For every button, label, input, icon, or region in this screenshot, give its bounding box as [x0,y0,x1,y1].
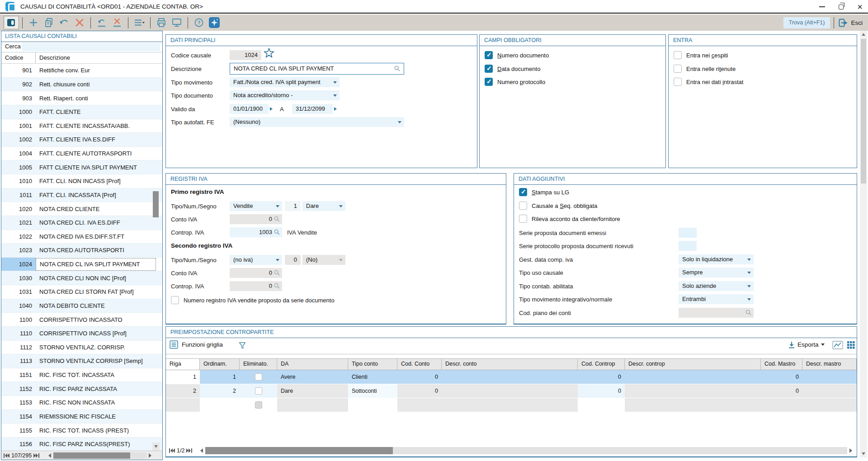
col-cod-mastro[interactable]: Cod. Mastro [761,359,802,370]
ai-assistant-button[interactable] [207,16,222,29]
list-item[interactable]: 1156RIC. FISC PARZ INCASS(PREST) [1,437,162,452]
list-item[interactable]: 901Rettifiche conv. Eur [1,64,162,78]
table-row[interactable]: 2 2 Dare Sottoconti 0 0 0 [166,384,857,398]
table-row[interactable]: 1 1 Avere Clienti 0 0 0 [166,370,857,384]
list-item[interactable]: 1000FATT. CLIENTE [1,105,162,119]
list-item[interactable]: 1154RIEMISSIONE RIC FISCALE [1,410,162,424]
col-da[interactable]: DA [277,359,348,370]
tipo-mov-int-select[interactable]: Entrambi [679,294,754,304]
primo-segno-select[interactable]: Dare [302,201,345,211]
checkbox[interactable] [485,51,493,59]
checkbox-row[interactable]: Causale a Seq. obbligata [519,201,597,210]
exit-button[interactable]: Esci [838,18,864,28]
search-input[interactable] [22,43,160,51]
checkbox-row[interactable]: Numero documento [485,51,549,60]
cell-cod-conto[interactable]: 0 [397,370,442,384]
tipo-contab-select[interactable]: Solo aziende [679,281,754,291]
checkbox[interactable] [519,215,527,223]
list-item[interactable]: 1021NOTA CRED CLI. IVA ES.DIFF [1,216,162,230]
tipo-movimento-select[interactable]: Fatt./Nota cred. IVA split payment [230,77,340,87]
scroll-left-icon[interactable] [200,448,203,453]
list-item[interactable]: 1011FATT. CLI. INCASSATA [Prof] [1,188,162,202]
cell-da[interactable]: Avere [277,370,348,384]
col-riga[interactable]: Riga [166,359,200,370]
tipo-documento-select[interactable]: Nota accredito/storno - [230,90,340,100]
col-descr-conto[interactable]: Descr. conto [442,359,578,370]
scroll-right-icon[interactable] [849,448,853,453]
list-item[interactable]: 1040NOTA DEBITO CLIENTE [1,299,162,313]
list-item[interactable]: 1022NOTA CRED IVA ES.DIFF.ST.FT [1,230,162,244]
cell-ordinam[interactable]: 1 [200,370,240,384]
checkbox-row[interactable]: Data documento [485,64,540,73]
sidebar-vscroll-thumb[interactable] [153,191,159,217]
column-header-descrizione[interactable]: Descrizione [36,52,162,63]
gest-data-comp-select[interactable]: Solo in liquidazione [679,254,754,264]
checkbox[interactable] [519,202,527,210]
add-button[interactable] [26,16,41,29]
list-item[interactable]: 1152RIC. FISC PARZ INCASSATA [1,382,162,396]
sidebar-hscroll-thumb[interactable] [53,452,130,459]
first-page-icon[interactable] [169,448,175,453]
checkbox-row[interactable]: Stampa su LG [519,188,569,197]
grid-hscroll-thumb[interactable] [205,447,393,454]
list-item[interactable]: 1110CORRISPETTIVO INCASS [Prof] [1,327,162,341]
minimize-icon[interactable] [819,6,825,7]
scroll-up-icon[interactable] [860,31,867,38]
list-item[interactable]: 1024NOTA CRED CL IVA SPLIT PAYMENT [1,258,162,272]
help-button[interactable]: ? [191,16,207,29]
restore-icon[interactable] [839,5,844,9]
codice-causale-field[interactable]: 1024 [230,50,261,60]
cell-tipo-conto[interactable]: Clienti [348,370,397,384]
menu-button[interactable] [132,16,147,29]
filter-icon[interactable] [238,342,246,350]
list-item[interactable]: 1112STORNO VENTILAZ. CORRISP. [1,341,162,355]
list-item[interactable]: 1023NOTA CRED AUTOTRASPORTI [1,244,162,258]
close-icon[interactable]: × [857,2,863,11]
funzioni-griglia-button[interactable]: Funzioni griglia [170,340,223,349]
toggle-list-panel-button[interactable] [4,16,19,29]
lookup-icon[interactable] [394,66,400,71]
last-page-icon[interactable] [186,448,193,453]
col-tipo-conto[interactable]: Tipo conto [348,359,397,370]
cell-eliminato[interactable] [240,398,277,412]
list-item[interactable]: 1031NOTA CRED CLI STORN FAT [Prof] [1,285,162,299]
checkbox-row[interactable]: Numero registro IVA vendite proposto da … [171,296,335,305]
cell-eliminato[interactable] [240,370,277,384]
table-row-empty[interactable] [166,398,857,412]
checkbox-row[interactable]: Entra nelle ritenute [674,64,736,73]
list-item[interactable]: 903Rett. Riapert. conti [1,91,162,105]
scroll-down-icon[interactable] [860,450,867,457]
list-item[interactable]: 1001FATT. CLIENTE INCASSATA/ABB. [1,119,162,133]
checkbox-row[interactable]: Entra nei cespiti [674,51,728,60]
col-cod-conto[interactable]: Cod. Conto [397,359,442,370]
list-item[interactable]: 1004FATT. CLIENTE AUTOTRASPORTI [1,147,162,161]
undo-row-button[interactable] [94,16,109,29]
list-item[interactable]: 902Rett. chiusure conti [1,78,162,92]
checkbox-row[interactable]: Rileva acconto da cliente/fornitore [519,214,620,223]
checkbox-row[interactable]: Entra nei dati intrastat [674,77,743,86]
primo-controp-field[interactable]: 1003 [230,227,282,237]
checkbox[interactable] [255,387,262,395]
sidebar-hscroll-track[interactable] [53,452,146,459]
sidebar-vscroll-down-icon[interactable] [152,442,160,451]
list-item[interactable]: 1005FATT CLIENTE IVA SPLIT PAYMENT [1,160,162,174]
list-item[interactable]: 1020NOTA CRED CLIENTE [1,202,162,216]
list-item[interactable]: 1030NOTA CRED CLI NON INC [Prof] [1,271,162,285]
monitor-button[interactable] [169,16,184,29]
tipo-uso-select[interactable]: Sempre [679,268,754,278]
scroll-left-icon[interactable] [48,453,52,458]
list-item[interactable]: 1100CORRISPETTIVO INCASSATO [1,313,162,327]
valido-a-input[interactable]: 31/12/2099 [292,104,333,114]
cell-cod-mastro[interactable]: 0 [761,370,802,384]
checkbox[interactable] [674,51,682,59]
col-ordinam[interactable]: Ordinam. [200,359,240,370]
checkbox[interactable] [485,78,493,86]
cell-tipo-conto[interactable] [348,398,397,412]
date-next-icon[interactable] [270,104,276,114]
main-vscroll-thumb[interactable] [861,39,866,183]
delete-row-button[interactable] [109,16,125,29]
serie-prot-input[interactable] [679,241,697,251]
checkbox[interactable] [674,65,682,73]
cell-cod-conto[interactable]: 0 [397,384,442,398]
chart-icon[interactable] [832,341,843,349]
